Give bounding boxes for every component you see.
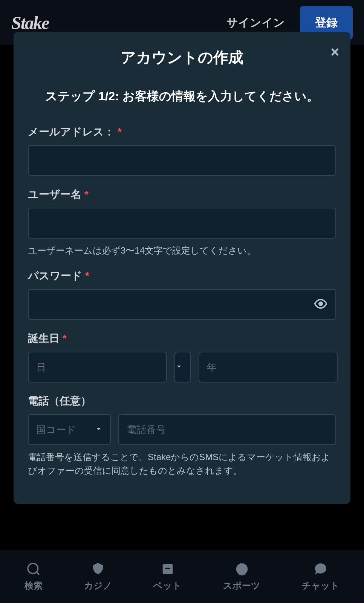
casino-icon bbox=[90, 562, 106, 577]
email-group: メールアドレス：* bbox=[28, 125, 336, 176]
phone-row: 国コード bbox=[28, 414, 336, 445]
modal-title: アカウントの作成 bbox=[28, 47, 336, 68]
step-title: ステップ 1/2: お客様の情報を入力してください。 bbox=[28, 87, 336, 106]
required-marker: * bbox=[85, 270, 89, 282]
required-marker: * bbox=[63, 332, 67, 344]
date-row: 月 bbox=[28, 352, 336, 383]
password-field[interactable] bbox=[28, 289, 336, 320]
phone-label: 電話（任意） bbox=[28, 394, 336, 408]
birthday-group: 誕生日* 月 bbox=[28, 331, 336, 383]
month-wrapper: 月 bbox=[174, 352, 191, 383]
sports-icon bbox=[234, 562, 249, 577]
phone-group: 電話（任意） 国コード 電話番号を送信することで、StakeからのSMSによるマ… bbox=[28, 394, 336, 478]
search-icon bbox=[26, 562, 41, 577]
username-label: ユーザー名* bbox=[28, 187, 336, 202]
required-marker: * bbox=[84, 188, 89, 200]
svg-rect-4 bbox=[165, 568, 170, 569]
email-field[interactable] bbox=[28, 145, 336, 176]
phone-number-field[interactable] bbox=[118, 414, 336, 445]
phone-help: 電話番号を送信することで、StakeからのSMSによるマーケット情報およびオファ… bbox=[28, 450, 336, 478]
password-wrapper bbox=[28, 289, 336, 320]
modal-header: アカウントの作成 × bbox=[28, 47, 336, 68]
svg-point-0 bbox=[319, 302, 323, 306]
nav-bet[interactable]: ベット bbox=[153, 562, 182, 592]
birthday-label: 誕生日* bbox=[28, 331, 336, 346]
day-field[interactable] bbox=[28, 352, 167, 383]
year-field[interactable] bbox=[199, 352, 338, 383]
username-field[interactable] bbox=[28, 208, 336, 239]
close-icon[interactable]: × bbox=[331, 44, 339, 60]
eye-icon[interactable] bbox=[314, 297, 327, 312]
phone-code-wrapper: 国コード bbox=[28, 414, 111, 445]
email-label: メールアドレス：* bbox=[28, 125, 336, 139]
username-group: ユーザー名* ユーザーネームは必ず3〜14文字で設定してください。 bbox=[28, 187, 336, 257]
registration-modal: アカウントの作成 × ステップ 1/2: お客様の情報を入力してください。 メー… bbox=[14, 32, 350, 504]
required-marker: * bbox=[118, 126, 122, 138]
nav-sports[interactable]: スポーツ bbox=[223, 562, 260, 592]
month-select[interactable]: 月 bbox=[174, 352, 191, 383]
svg-line-2 bbox=[37, 572, 39, 575]
logo: Stake bbox=[11, 12, 49, 33]
nav-search[interactable]: 検索 bbox=[24, 562, 43, 592]
nav-chat[interactable]: チャット bbox=[302, 562, 340, 592]
chat-icon bbox=[313, 562, 328, 577]
country-code-select[interactable]: 国コード bbox=[28, 414, 111, 445]
username-help: ユーザーネームは必ず3〜14文字で設定してください。 bbox=[28, 244, 336, 257]
password-label: パスワード* bbox=[28, 269, 336, 283]
password-group: パスワード* bbox=[28, 269, 336, 320]
nav-casino[interactable]: カジノ bbox=[84, 562, 112, 592]
bottom-nav: 検索 カジノ ベット スポーツ bbox=[0, 550, 364, 603]
svg-point-1 bbox=[28, 563, 38, 574]
bet-icon bbox=[160, 562, 175, 577]
